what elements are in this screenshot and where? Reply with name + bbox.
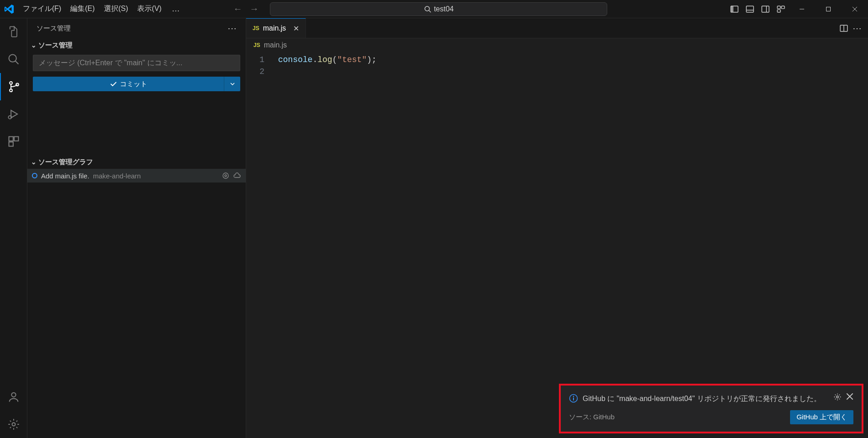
chevron-down-icon	[230, 81, 235, 87]
search-text: test04	[434, 5, 454, 13]
svg-point-33	[837, 396, 839, 398]
target-icon[interactable]	[222, 172, 229, 179]
chevron-down-icon: ⌄	[31, 158, 36, 166]
activity-explorer-icon[interactable]	[0, 18, 27, 46]
scm-section-header[interactable]: ⌄ ソース管理	[27, 38, 246, 52]
chevron-down-icon: ⌄	[31, 42, 36, 49]
svg-rect-32	[573, 398, 574, 401]
nav-back-icon[interactable]: ←	[231, 2, 244, 16]
scm-graph-title: ソース管理グラフ	[38, 158, 93, 167]
sidebar-title: ソース管理	[36, 24, 71, 33]
commit-button-split[interactable]	[224, 77, 240, 91]
menu-selection[interactable]: 選択(S)	[99, 0, 133, 18]
activity-settings-icon[interactable]	[0, 411, 27, 438]
svg-rect-23	[9, 142, 13, 146]
cloud-icon[interactable]	[233, 172, 241, 179]
command-center[interactable]: test04	[270, 2, 607, 16]
titlebar: ファイル(F) 編集(E) 選択(S) 表示(V) … ← → test04	[0, 0, 868, 18]
notification-source: ソース: GitHub	[569, 413, 615, 422]
nav-forward-icon[interactable]: →	[247, 2, 261, 16]
layout-sidebar-left-icon[interactable]	[727, 0, 742, 18]
code-lines: console.log("test");	[274, 52, 377, 438]
svg-point-25	[12, 423, 15, 426]
commit-message-input[interactable]: メッセージ (Ctrl+Enter で "main" にコミッ...	[33, 55, 240, 71]
svg-point-18	[10, 89, 12, 92]
notification-message: GitHub に "make-and-learn/test04" リポジトリが正…	[583, 393, 829, 405]
svg-point-26	[223, 173, 228, 178]
split-editor-icon[interactable]	[840, 24, 848, 32]
scm-section-title: ソース管理	[38, 41, 72, 50]
tab-close-icon[interactable]: ✕	[293, 24, 299, 33]
window-minimize[interactable]	[789, 0, 815, 18]
commit-placeholder: メッセージ (Ctrl+Enter で "main" にコミッ...	[39, 58, 182, 68]
notification-toast: GitHub に "make-and-learn/test04" リポジトリが正…	[559, 384, 863, 433]
activity-extensions-icon[interactable]	[0, 128, 27, 155]
svg-rect-8	[777, 6, 780, 9]
menu-edit[interactable]: 編集(E)	[66, 0, 99, 18]
activity-search-icon[interactable]	[0, 46, 27, 73]
svg-point-27	[225, 175, 227, 177]
svg-point-24	[11, 393, 16, 397]
line-number: 1	[246, 54, 264, 66]
sidebar-more-icon[interactable]: ⋯	[227, 23, 237, 34]
menu-more[interactable]: …	[166, 0, 185, 18]
commit-node-icon	[32, 173, 37, 178]
window-close[interactable]	[842, 0, 868, 18]
vscode-logo-icon	[0, 0, 18, 18]
svg-line-1	[429, 10, 431, 12]
breadcrumb-filename: main.js	[264, 41, 287, 49]
layout-customize-icon[interactable]	[773, 0, 789, 18]
more-actions-icon[interactable]: ⋯	[852, 23, 862, 34]
svg-rect-12	[827, 7, 831, 11]
search-icon	[424, 5, 431, 13]
svg-rect-4	[746, 6, 754, 12]
svg-rect-3	[731, 6, 734, 12]
svg-point-17	[10, 82, 12, 84]
activity-accounts-icon[interactable]	[0, 383, 27, 411]
gutter: 1 2	[246, 52, 274, 438]
title-actions	[727, 0, 868, 18]
breadcrumbs[interactable]: JS main.js	[246, 38, 868, 52]
svg-rect-22	[14, 137, 18, 141]
tab-mainjs[interactable]: JS main.js ✕	[246, 18, 306, 38]
line-number: 2	[246, 66, 264, 78]
svg-point-31	[573, 396, 574, 397]
code-line: console.log("test");	[278, 54, 377, 66]
svg-rect-6	[762, 6, 769, 12]
commit-message: Add main.js file.	[41, 172, 89, 180]
activitybar	[0, 18, 27, 438]
layout-panel-icon[interactable]	[742, 0, 758, 18]
scm-graph-header[interactable]: ⌄ ソース管理グラフ	[27, 155, 246, 169]
svg-point-15	[9, 55, 16, 62]
menubar: ファイル(F) 編集(E) 選択(S) 表示(V) …	[18, 0, 185, 18]
check-icon	[110, 80, 117, 88]
nav-arrows: ← →	[231, 2, 261, 16]
commit-button[interactable]: コミット	[33, 77, 224, 91]
layout-sidebar-right-icon[interactable]	[758, 0, 773, 18]
tab-filename: main.js	[263, 24, 286, 32]
close-icon[interactable]	[846, 393, 853, 401]
gear-icon[interactable]	[833, 393, 842, 401]
svg-rect-9	[781, 6, 785, 9]
js-file-icon: JS	[253, 25, 259, 31]
editor-area: JS main.js ✕ ⋯ JS main.js 1 2 console.lo…	[246, 18, 868, 438]
js-file-icon: JS	[253, 42, 260, 48]
scm-graph-item[interactable]: Add main.js file. make-and-learn	[27, 169, 246, 182]
sidebar: ソース管理 ⋯ ⌄ ソース管理 メッセージ (Ctrl+Enter で "mai…	[27, 18, 246, 438]
tabbar: JS main.js ✕ ⋯	[246, 18, 868, 38]
svg-point-0	[425, 6, 429, 11]
commit-button-label: コミット	[120, 80, 147, 89]
commit-author: make-and-learn	[93, 172, 141, 180]
info-icon	[569, 394, 578, 403]
code-line	[278, 66, 377, 78]
sidebar-header: ソース管理 ⋯	[27, 18, 246, 38]
activity-run-debug-icon[interactable]	[0, 100, 27, 128]
menu-file[interactable]: ファイル(F)	[18, 0, 66, 18]
menu-view[interactable]: 表示(V)	[133, 0, 166, 18]
svg-rect-10	[777, 10, 780, 12]
code-editor[interactable]: 1 2 console.log("test");	[246, 52, 868, 438]
svg-line-16	[15, 61, 18, 64]
window-maximize[interactable]	[815, 0, 842, 18]
open-on-github-button[interactable]: GitHub 上で開く	[790, 410, 853, 424]
activity-source-control-icon[interactable]	[0, 73, 27, 100]
